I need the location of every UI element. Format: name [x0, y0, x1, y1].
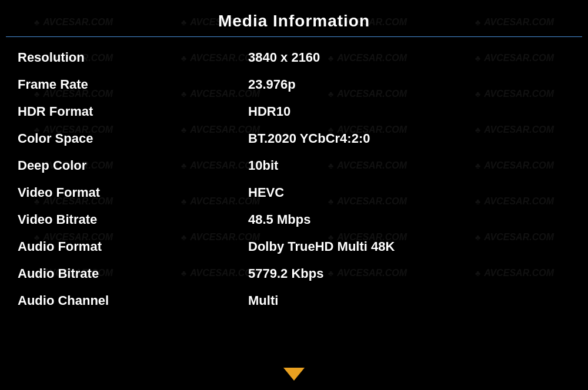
table-row: Video Bitrate48.5 Mbps: [6, 206, 582, 233]
table-row: Audio Bitrate5779.2 Kbps: [6, 260, 582, 287]
row-value: 23.976p: [236, 71, 582, 98]
table-row: Audio ChannelMulti: [6, 287, 582, 314]
row-value: Dolby TrueHD Multi 48K: [236, 233, 582, 260]
table-row: HDR FormatHDR10: [6, 98, 582, 125]
down-arrow-icon: [283, 368, 305, 381]
table-row: Resolution3840 x 2160: [6, 44, 582, 71]
row-label: Audio Channel: [6, 287, 236, 314]
row-label: Video Bitrate: [6, 206, 236, 233]
row-label: Resolution: [6, 44, 236, 71]
row-label: HDR Format: [6, 98, 236, 125]
row-label: Color Space: [6, 125, 236, 152]
row-value: 10bit: [236, 152, 582, 179]
down-arrow-container: [283, 368, 305, 381]
row-value: 5779.2 Kbps: [236, 260, 582, 287]
row-label: Video Format: [6, 179, 236, 206]
row-label: Audio Format: [6, 233, 236, 260]
row-value: HEVC: [236, 179, 582, 206]
table-row: Frame Rate23.976p: [6, 71, 582, 98]
row-value: HDR10: [236, 98, 582, 125]
row-label: Audio Bitrate: [6, 260, 236, 287]
table-row: Deep Color10bit: [6, 152, 582, 179]
row-value: 48.5 Mbps: [236, 206, 582, 233]
row-value: 3840 x 2160: [236, 44, 582, 71]
row-label: Frame Rate: [6, 71, 236, 98]
row-label: Deep Color: [6, 152, 236, 179]
row-value: BT.2020 YCbCr4:2:0: [236, 125, 582, 152]
table-row: Audio FormatDolby TrueHD Multi 48K: [6, 233, 582, 260]
info-table: Resolution3840 x 2160Frame Rate23.976pHD…: [6, 44, 582, 314]
row-value: Multi: [236, 287, 582, 314]
title-section: Media Information: [6, 12, 582, 37]
main-container: Media Information Resolution3840 x 2160F…: [0, 0, 588, 390]
table-row: Color SpaceBT.2020 YCbCr4:2:0: [6, 125, 582, 152]
table-row: Video FormatHEVC: [6, 179, 582, 206]
page-title: Media Information: [218, 12, 370, 30]
